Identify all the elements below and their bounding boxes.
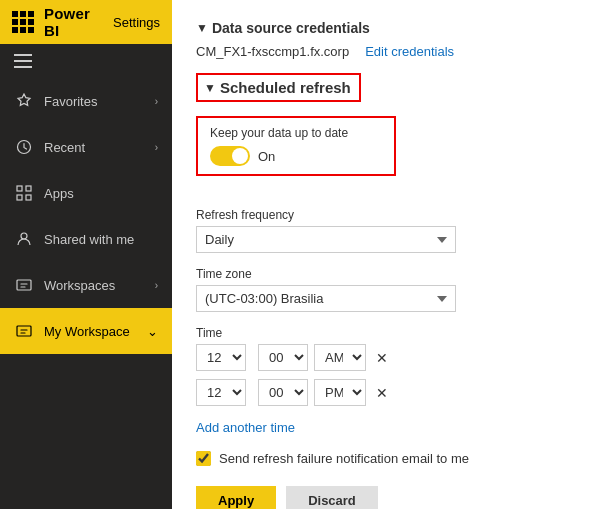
chevron-right-icon: › [155,142,158,153]
sidebar-item-favorites[interactable]: Favorites › [0,78,172,124]
hour-select-1[interactable]: 121234 56789 1011 [196,344,246,371]
refresh-frequency-group: Refresh frequency Daily Weekly [196,208,574,253]
datasource-title: Data source credentials [212,20,370,36]
chevron-down-icon: ⌄ [147,324,158,339]
time-row-2: 1212 00153045 AMPM ✕ [196,379,574,406]
toggle-row: On [210,146,382,166]
star-icon [14,91,34,111]
toggle-state-label: On [258,149,275,164]
svg-rect-1 [17,186,22,191]
keep-updated-label: Keep your data up to date [210,126,382,140]
edit-credentials-link[interactable]: Edit credentials [365,44,454,59]
apply-button[interactable]: Apply [196,486,276,509]
favorites-label: Favorites [44,94,155,109]
sidebar-item-shared[interactable]: Shared with me [0,216,172,262]
scheduled-refresh-collapse-icon: ▼ [204,81,216,95]
app-header: Power BI Settings [0,0,172,44]
apps-grid-icon [12,11,34,33]
time-group: Time 121234 56789 1011 00153045 AMPM ✕ 1… [196,326,574,406]
add-another-time-link[interactable]: Add another time [196,420,295,435]
minute-select-2[interactable]: 00153045 [258,379,308,406]
apps-icon [14,183,34,203]
notification-checkbox[interactable] [196,451,211,466]
datasource-info: CM_FX1-fxsccmp1.fx.corp Edit credentials [196,44,574,59]
minute-select-1[interactable]: 00153045 [258,344,308,371]
remove-time-2-button[interactable]: ✕ [372,383,392,403]
svg-rect-7 [17,326,31,336]
notification-label: Send refresh failure notification email … [219,451,469,466]
svg-rect-3 [17,195,22,200]
time-label: Time [196,326,574,340]
my-workspace-icon [14,321,34,341]
scheduled-refresh-title: Scheduled refresh [220,79,351,96]
shared-label: Shared with me [44,232,158,247]
timezone-select[interactable]: (UTC-03:00) Brasilia (UTC-05:00) Eastern… [196,285,456,312]
main-content: ▼ Data source credentials CM_FX1-fxsccmp… [172,0,598,509]
recent-label: Recent [44,140,155,155]
hour-select-2[interactable]: 1212 [196,379,246,406]
datasource-section-header: ▼ Data source credentials [196,20,574,36]
refresh-frequency-select[interactable]: Daily Weekly [196,226,456,253]
my-workspace-label: My Workspace [44,324,147,339]
timezone-label: Time zone [196,267,574,281]
hamburger-button[interactable] [0,44,172,78]
datasource-server: CM_FX1-fxsccmp1.fx.corp [196,44,349,59]
chevron-right-icon: › [155,280,158,291]
time-row-1: 121234 56789 1011 00153045 AMPM ✕ [196,344,574,371]
svg-rect-6 [17,280,31,290]
action-row: Apply Discard [196,486,574,509]
ampm-select-2[interactable]: AMPM [314,379,366,406]
keep-updated-toggle[interactable] [210,146,250,166]
workspace-icon [14,275,34,295]
svg-rect-2 [26,186,31,191]
settings-label: Settings [113,15,160,30]
sidebar-item-my-workspace[interactable]: My Workspace ⌄ [0,308,172,354]
ampm-select-1[interactable]: AMPM [314,344,366,371]
svg-rect-4 [26,195,31,200]
discard-button[interactable]: Discard [286,486,378,509]
apps-label: Apps [44,186,158,201]
sidebar-item-apps[interactable]: Apps [0,170,172,216]
keep-updated-box: Keep your data up to date On [196,116,396,176]
timezone-group: Time zone (UTC-03:00) Brasilia (UTC-05:0… [196,267,574,312]
person-icon [14,229,34,249]
svg-point-5 [21,233,27,239]
clock-icon [14,137,34,157]
collapse-arrow-icon: ▼ [196,21,208,35]
chevron-right-icon: › [155,96,158,107]
sidebar: Power BI Settings Favorites › Recent › [0,0,172,509]
sidebar-item-recent[interactable]: Recent › [0,124,172,170]
sidebar-item-workspaces[interactable]: Workspaces › [0,262,172,308]
scheduled-refresh-box: ▼ Scheduled refresh [196,73,361,102]
remove-time-1-button[interactable]: ✕ [372,348,392,368]
refresh-frequency-label: Refresh frequency [196,208,574,222]
brand-name: Power BI [44,5,107,39]
notification-row: Send refresh failure notification email … [196,451,574,466]
workspaces-label: Workspaces [44,278,155,293]
